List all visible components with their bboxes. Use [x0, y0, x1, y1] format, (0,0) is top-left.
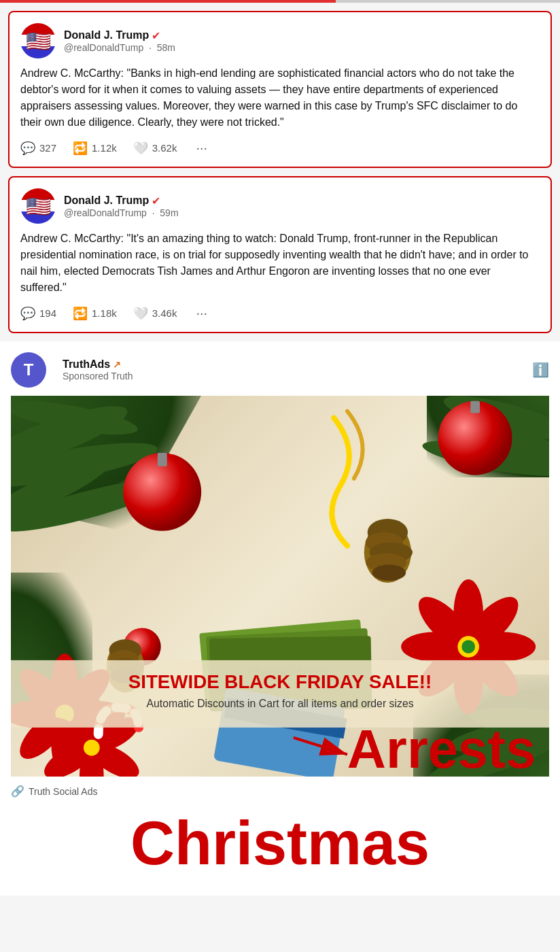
svg-text:Automatic Discounts in Cart fo: Automatic Discounts in Cart for all item…: [146, 698, 413, 709]
ad-sponsored-label: Sponsored Truth: [63, 371, 133, 381]
ad-author-info: TruthAds ↗ Sponsored Truth: [63, 358, 133, 381]
svg-text:THE UNITED STATES: THE UNITED STATES: [246, 666, 327, 676]
pine-branch-bottom-right: [413, 675, 549, 777]
repost-count-2: 1.18k: [92, 307, 117, 319]
pine-branch-bottom-left: [11, 573, 92, 709]
svg-point-23: [107, 641, 144, 692]
more-button-1[interactable]: ···: [196, 140, 207, 156]
like-count-1: 3.62k: [152, 142, 177, 154]
svg-point-18: [368, 519, 408, 546]
svg-point-43: [457, 636, 479, 658]
ad-image: $100 THE UNITED STATES: [11, 396, 549, 777]
pine-branch-top-right: [427, 396, 549, 477]
author-name-row-2: Donald J. Trump ✔: [64, 194, 179, 207]
christmas-text: Christmas: [8, 806, 552, 887]
post-header-2: Donald J. Trump ✔ @realDonaldTrump · 59m: [20, 188, 540, 224]
svg-point-42: [410, 589, 479, 658]
svg-point-27: [111, 668, 141, 683]
link-icon: 🔗: [11, 785, 24, 798]
avatar-trump-2: [20, 188, 56, 224]
verified-icon-1: ✔: [152, 29, 160, 42]
author-name-row-1: Donald J. Trump ✔: [64, 29, 175, 42]
repost-button-2[interactable]: 🔁 1.18k: [73, 306, 117, 321]
svg-point-22: [372, 564, 406, 581]
svg-text:SITEWIDE BLACK FRIDAY SALE!!: SITEWIDE BLACK FRIDAY SALE!!: [128, 671, 432, 692]
christmas-section: Christmas: [0, 806, 560, 896]
svg-rect-29: [206, 628, 371, 711]
repost-button-1[interactable]: 🔁 1.12k: [73, 141, 117, 156]
svg-rect-33: [213, 687, 345, 777]
comment-button-2[interactable]: 💬 194: [20, 306, 56, 321]
svg-point-50: [12, 704, 74, 766]
svg-point-35: [453, 579, 483, 647]
comment-count-2: 194: [39, 307, 56, 319]
svg-point-20: [370, 543, 413, 563]
svg-rect-34: [224, 698, 347, 738]
avatar-trump-1: [20, 23, 56, 58]
progress-bar: [0, 0, 560, 3]
svg-point-55: [86, 711, 144, 758]
heart-icon-2: 🤍: [133, 306, 148, 321]
repost-icon-1: 🔁: [73, 141, 88, 156]
comment-button-1[interactable]: 💬 327: [20, 141, 56, 156]
ad-card: T TruthAds ↗ Sponsored Truth ℹ️: [0, 341, 560, 806]
svg-rect-28: [199, 619, 366, 707]
svg-point-37: [468, 632, 536, 662]
post-card-2: Donald J. Trump ✔ @realDonaldTrump · 59m…: [8, 176, 552, 333]
ad-header: T TruthAds ↗ Sponsored Truth ℹ️: [11, 352, 549, 388]
author-info-1: Donald J. Trump ✔ @realDonaldTump · 58m: [64, 29, 175, 53]
svg-point-17: [364, 522, 411, 583]
ad-footer-text: Truth Social Ads: [29, 786, 97, 797]
svg-point-60: [84, 740, 100, 756]
ad-header-left: T TruthAds ↗ Sponsored Truth: [11, 352, 133, 388]
info-icon[interactable]: ℹ️: [532, 362, 549, 378]
repost-icon-2: 🔁: [73, 306, 88, 321]
svg-point-36: [458, 589, 527, 658]
ad-image-container[interactable]: $100 THE UNITED STATES: [11, 396, 549, 777]
svg-point-57: [80, 748, 104, 777]
ad-author-name: TruthAds ↗: [63, 358, 133, 371]
heart-icon-1: 🤍: [133, 141, 148, 156]
author-name-1: Donald J. Trump: [64, 29, 149, 41]
verified-icon-2: ✔: [152, 194, 160, 207]
svg-rect-30: [209, 636, 372, 711]
svg-point-25: [109, 650, 139, 668]
author-name-2: Donald J. Trump: [64, 194, 149, 207]
external-link-icon: ↗: [113, 359, 121, 370]
svg-point-16: [123, 628, 160, 665]
post-card-1: Donald J. Trump ✔ @realDonaldTump · 58m …: [8, 11, 552, 168]
like-button-2[interactable]: 🤍 3.46k: [133, 306, 177, 321]
svg-point-49: [51, 714, 78, 775]
post-actions-2: 💬 194 🔁 1.18k 🤍 3.46k ···: [20, 305, 540, 321]
svg-point-24: [109, 639, 142, 661]
comment-icon-1: 💬: [20, 141, 35, 156]
post-body-2: Andrew C. McCarthy: "It's an amazing thi…: [20, 231, 540, 296]
author-info-2: Donald J. Trump ✔ @realDonaldTrump · 59m: [64, 194, 179, 218]
svg-point-59: [39, 711, 97, 758]
repost-count-1: 1.12k: [92, 142, 117, 154]
svg-point-48: [55, 704, 117, 766]
svg-point-44: [461, 640, 475, 653]
more-button-2[interactable]: ···: [196, 305, 207, 321]
post-actions-1: 💬 327 🔁 1.12k 🤍 3.62k ···: [20, 140, 540, 156]
comment-icon-2: 💬: [20, 306, 35, 321]
pine-branch-top-left: [11, 396, 201, 532]
svg-point-26: [109, 658, 144, 676]
post-header-1: Donald J. Trump ✔ @realDonaldTump · 58m: [20, 23, 540, 58]
svg-point-41: [401, 632, 468, 662]
svg-point-21: [366, 553, 406, 572]
svg-point-19: [366, 532, 403, 553]
comment-count-1: 327: [39, 142, 56, 154]
author-handle-2: @realDonaldTrump · 59m: [64, 207, 179, 218]
svg-line-65: [294, 738, 347, 755]
svg-point-58: [39, 737, 97, 777]
ad-background: $100 THE UNITED STATES: [11, 396, 549, 777]
post-body-1: Andrew C. McCarthy: "Banks in high-end l…: [20, 65, 540, 131]
svg-text:$100: $100: [260, 670, 287, 683]
author-handle-1: @realDonaldTump · 58m: [64, 42, 175, 53]
ad-footer: 🔗 Truth Social Ads: [11, 777, 549, 806]
avatar-truthads: T: [11, 352, 46, 388]
feed-container: Donald J. Trump ✔ @realDonaldTump · 58m …: [0, 11, 560, 896]
like-button-1[interactable]: 🤍 3.62k: [133, 141, 177, 156]
like-count-2: 3.46k: [152, 307, 177, 319]
